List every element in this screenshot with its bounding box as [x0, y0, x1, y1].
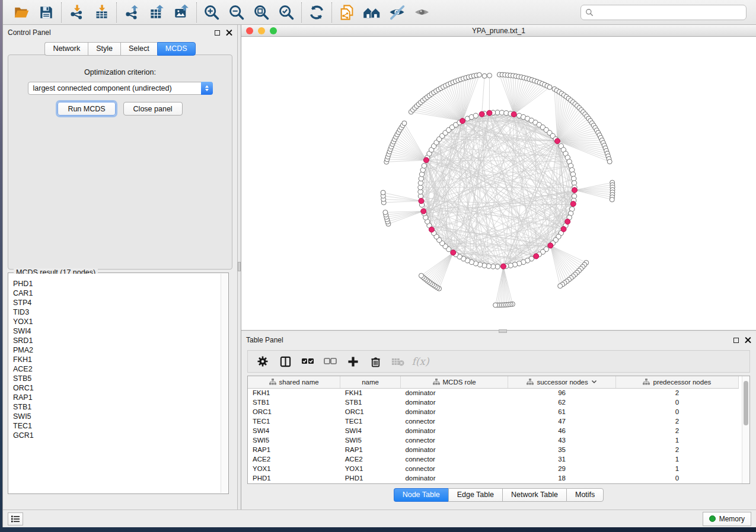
mcds-hub-node[interactable] — [561, 226, 566, 232]
table-row[interactable]: TEC1TEC1connector472 — [248, 416, 739, 426]
table-row[interactable]: PHD1PHD1dominator180 — [248, 473, 739, 483]
mcds-result-item[interactable]: ACE2 — [13, 364, 228, 374]
import-table-button[interactable] — [89, 2, 114, 23]
mcds-hub-node[interactable] — [555, 139, 560, 144]
mcds-hub-node[interactable] — [500, 264, 506, 269]
table-cell[interactable]: ACE2 — [248, 454, 340, 464]
table-row[interactable]: YOX1YOX1connector291 — [248, 464, 739, 473]
mcds-list-scrollbar[interactable] — [221, 274, 228, 493]
network-node[interactable] — [383, 210, 388, 214]
mcds-result-item[interactable]: GCR1 — [13, 431, 228, 440]
table-cell[interactable]: 61 — [508, 407, 615, 416]
deselect-all-button[interactable] — [320, 352, 340, 370]
network-node[interactable] — [558, 284, 563, 289]
table-cell[interactable]: TEC1 — [248, 416, 340, 426]
scrollbar-thumb[interactable] — [744, 381, 748, 425]
mcds-result-item[interactable]: TID3 — [13, 307, 228, 317]
float-panel-icon[interactable] — [733, 338, 739, 343]
network-node[interactable] — [422, 164, 426, 168]
column-header-predecessor-nodes[interactable]: predecessor nodes — [615, 376, 738, 388]
splitter-handle[interactable] — [499, 329, 507, 333]
mcds-hub-node[interactable] — [572, 187, 577, 193]
zoom-out-button[interactable] — [224, 2, 249, 23]
table-cell[interactable]: 43 — [508, 435, 615, 445]
table-cell[interactable]: STB1 — [340, 398, 401, 407]
mcds-result-item[interactable]: RAP1 — [13, 393, 228, 402]
table-cell[interactable]: PHD1 — [340, 473, 401, 483]
table-cell[interactable]: dominator — [400, 445, 508, 454]
table-row[interactable]: SWI4SWI4dominator462 — [248, 426, 739, 435]
mcds-hub-node[interactable] — [429, 227, 434, 232]
mcds-hub-node[interactable] — [479, 111, 484, 117]
tab-network-table[interactable]: Network Table — [502, 488, 566, 502]
table-row[interactable]: FKH1FKH1dominator962 — [248, 388, 739, 398]
mcds-result-item[interactable]: SWI5 — [13, 412, 228, 421]
table-cell[interactable]: 2 — [615, 388, 738, 398]
export-table-button[interactable] — [144, 2, 169, 23]
export-network-button[interactable] — [119, 2, 144, 23]
table-cell[interactable]: ORC1 — [248, 407, 340, 416]
mcds-result-item[interactable]: SWI4 — [13, 326, 228, 336]
table-cell[interactable]: 96 — [508, 388, 615, 398]
horizontal-splitter[interactable] — [241, 331, 756, 332]
show-panels-button[interactable] — [8, 512, 23, 525]
mcds-result-item[interactable]: FKH1 — [13, 355, 228, 364]
table-cell[interactable]: SWI5 — [248, 435, 340, 445]
table-cell[interactable]: 29 — [508, 464, 615, 473]
network-node[interactable] — [473, 113, 478, 118]
table-cell[interactable]: 1 — [615, 454, 738, 464]
table-cell[interactable]: 18 — [508, 473, 615, 483]
save-session-button[interactable] — [34, 2, 59, 23]
network-node[interactable] — [493, 303, 498, 307]
table-cell[interactable]: YOX1 — [340, 464, 401, 473]
table-cell[interactable]: 1 — [615, 464, 738, 473]
first-neighbors-button[interactable] — [359, 2, 384, 23]
mcds-result-item[interactable]: STP4 — [13, 298, 228, 307]
mcds-hub-node[interactable] — [565, 219, 570, 225]
network-graph[interactable] — [241, 37, 755, 331]
memory-button[interactable]: Memory — [703, 512, 751, 526]
network-canvas[interactable] — [241, 37, 756, 330]
delete-column-button[interactable] — [365, 352, 385, 370]
show-all-button[interactable] — [409, 2, 434, 23]
mcds-result-item[interactable]: CAR1 — [13, 289, 228, 298]
table-cell[interactable]: 2 — [615, 416, 738, 426]
table-cell[interactable]: FKH1 — [340, 388, 401, 398]
clone-network-button[interactable] — [334, 2, 359, 23]
refresh-layout-button[interactable] — [304, 2, 329, 23]
table-cell[interactable]: 47 — [508, 416, 615, 426]
table-cell[interactable]: dominator — [400, 388, 508, 398]
open-file-button[interactable] — [9, 2, 34, 23]
table-cell[interactable]: FKH1 — [248, 388, 340, 398]
table-scrollbar[interactable] — [742, 376, 749, 483]
table-cell[interactable]: 46 — [508, 426, 615, 435]
tab-motifs[interactable]: Motifs — [566, 488, 604, 502]
tab-edge-table[interactable]: Edge Table — [448, 488, 502, 502]
mcds-result-item[interactable]: SRD1 — [13, 336, 228, 345]
table-row[interactable]: ORC1ORC1dominator610 — [248, 407, 739, 416]
search-field[interactable] — [580, 5, 747, 20]
network-node[interactable] — [381, 190, 385, 195]
table-cell[interactable]: 1 — [615, 435, 738, 445]
table-cell[interactable]: 2 — [615, 445, 738, 454]
table-cell[interactable]: dominator — [400, 398, 508, 407]
table-mode-button[interactable] — [253, 352, 273, 370]
tab-mcds[interactable]: MCDS — [157, 42, 196, 56]
network-node[interactable] — [607, 159, 612, 164]
table-cell[interactable]: 62 — [508, 398, 615, 407]
network-node[interactable] — [419, 273, 423, 278]
tab-select[interactable]: Select — [120, 42, 157, 56]
table-cell[interactable]: YOX1 — [248, 464, 340, 473]
show-columns-button[interactable] — [275, 352, 295, 370]
network-node[interactable] — [610, 197, 614, 202]
table-cell[interactable]: 0 — [615, 407, 738, 416]
table-cell[interactable]: connector — [400, 464, 508, 473]
close-panel-button[interactable]: Close panel — [123, 102, 183, 116]
table-cell[interactable]: connector — [400, 416, 508, 426]
zoom-in-button[interactable] — [199, 2, 224, 23]
select-all-button[interactable] — [298, 352, 318, 370]
mcds-result-item[interactable]: STB5 — [13, 374, 228, 383]
table-cell[interactable]: 2 — [615, 426, 738, 435]
column-header-name[interactable]: name — [340, 376, 401, 388]
table-cell[interactable]: SWI4 — [340, 426, 401, 435]
